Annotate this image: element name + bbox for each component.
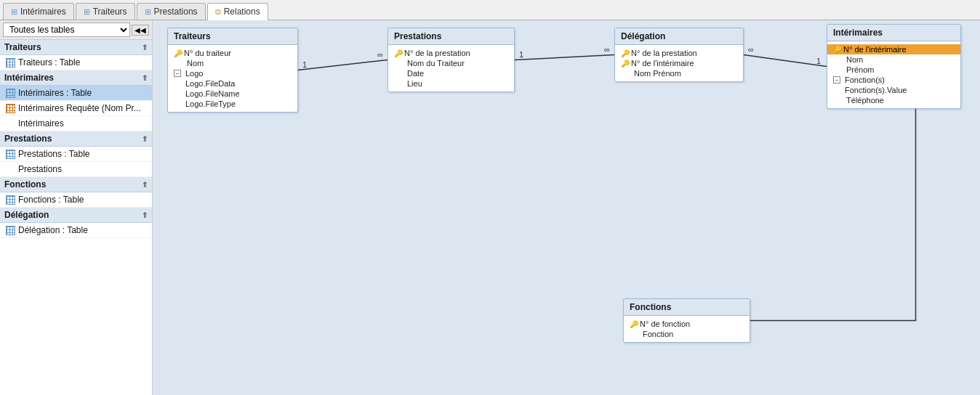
- sidebar-item-prestations[interactable]: Prestations: [0, 162, 152, 177]
- field-prestations-num: 🔑 N° de la prestation: [388, 48, 514, 58]
- entity-fonctions-body: 🔑 N° de fonction Fonction: [624, 316, 750, 342]
- field-fonctions-fonction: Fonction: [624, 329, 750, 339]
- canvas-area: 1∞1∞∞1 Traiteurs 🔑 N° du traiteur Nom − …: [153, 20, 980, 395]
- field-fonctions-num: 🔑 N° de fonction: [624, 319, 750, 329]
- tab-prestations[interactable]: ⊞ Prestations: [137, 3, 206, 20]
- sidebar-group-interimaires[interactable]: Intérimaires ⇑: [0, 70, 152, 86]
- field-interimaires-telephone: Téléphone: [827, 95, 960, 105]
- field-interimaires-nom: Nom: [827, 54, 960, 65]
- relation-icon: ⧉: [215, 7, 221, 17]
- entity-prestations-body: 🔑 N° de la prestation Nom du Traiteur Da…: [388, 45, 514, 91]
- sidebar-group-prestations[interactable]: Prestations ⇑: [0, 131, 152, 147]
- field-interimaires-fonctions: − Fonction(s): [827, 75, 960, 85]
- svg-text:1: 1: [519, 50, 523, 59]
- key-icon: 🔑: [621, 60, 628, 67]
- expand-icon[interactable]: −: [833, 76, 840, 84]
- entity-fonctions[interactable]: Fonctions 🔑 N° de fonction Fonction: [623, 298, 750, 343]
- svg-text:∞: ∞: [604, 45, 610, 54]
- table-grid-icon: [6, 150, 15, 159]
- sidebar-header: Toutes les tables ◀◀: [0, 20, 152, 40]
- key-icon: 🔑: [621, 49, 628, 57]
- field-interimaires-fonctions-value: Fonction(s).Value: [827, 85, 960, 95]
- tab-bar: ⊞ Intérimaires ⊞ Traiteurs ⊞ Prestations…: [0, 0, 980, 20]
- tables-dropdown[interactable]: Toutes les tables: [3, 23, 130, 37]
- key-icon: 🔑: [630, 320, 637, 327]
- tab-relations[interactable]: ⧉ Relations: [207, 3, 268, 20]
- field-traiteurs-nom: Nom: [168, 58, 297, 68]
- field-interimaires-prenom: Prénom: [827, 65, 960, 75]
- entity-delegation-body: 🔑 N° de la prestation 🔑 N° de l'intérima…: [615, 45, 743, 81]
- sidebar-group-delegation[interactable]: Délégation ⇑: [0, 208, 152, 223]
- field-prestations-date: Date: [388, 68, 514, 78]
- field-delegation-num-interimaire: 🔑 N° de l'intérimaire: [615, 58, 743, 68]
- entity-traiteurs-header: Traiteurs: [168, 28, 297, 45]
- sidebar-item-interimaires-query[interactable]: Intérimaires Requête (Nom Pr...: [0, 101, 152, 116]
- field-delegation-nom-prenom: Nom Prénom: [615, 68, 743, 78]
- main-content: Toutes les tables ◀◀ Traiteurs ⇑ Traiteu…: [0, 20, 980, 395]
- entity-delegation-header: Délégation: [615, 28, 743, 45]
- key-icon: 🔑: [833, 46, 840, 53]
- svg-text:1: 1: [816, 57, 821, 65]
- tab-interimaires[interactable]: ⊞ Intérimaires: [3, 3, 74, 20]
- sidebar-item-interimaires-table[interactable]: Intérimaires : Table: [0, 86, 152, 101]
- entity-interimaires-header: Intérimaires: [827, 25, 960, 41]
- field-traiteurs-logo-name: Logo.FileName: [168, 89, 297, 99]
- tab-traiteurs[interactable]: ⊞ Traiteurs: [76, 3, 135, 20]
- svg-text:∞: ∞: [748, 45, 754, 54]
- svg-text:∞: ∞: [377, 50, 383, 59]
- sidebar: Toutes les tables ◀◀ Traiteurs ⇑ Traiteu…: [0, 20, 153, 395]
- sidebar-item-prestations-table[interactable]: Prestations : Table: [0, 147, 152, 162]
- field-delegation-num-prestation: 🔑 N° de la prestation: [615, 48, 743, 58]
- expand-icon[interactable]: −: [174, 70, 181, 77]
- entity-prestations-header: Prestations: [388, 28, 514, 45]
- entity-traiteurs[interactable]: Traiteurs 🔑 N° du traiteur Nom − Logo Lo…: [167, 28, 298, 113]
- sidebar-group-traiteurs[interactable]: Traiteurs ⇑: [0, 40, 152, 55]
- key-icon: 🔑: [394, 49, 401, 57]
- table-icon: ⊞: [11, 7, 17, 17]
- field-prestations-lieu: Lieu: [388, 78, 514, 89]
- sidebar-item-traiteurs-table[interactable]: Traiteurs : Table: [0, 55, 152, 70]
- field-traiteurs-num: 🔑 N° du traiteur: [168, 48, 297, 58]
- entity-delegation[interactable]: Délégation 🔑 N° de la prestation 🔑 N° de…: [614, 28, 744, 82]
- field-traiteurs-logo: − Logo: [168, 68, 297, 78]
- entity-prestations[interactable]: Prestations 🔑 N° de la prestation Nom du…: [387, 28, 515, 92]
- collapse-icon: ⇑: [142, 211, 148, 219]
- field-interimaires-num: 🔑 N° de l'intérimaire: [827, 44, 960, 54]
- table-grid-icon: [6, 226, 15, 235]
- field-traiteurs-logo-type: Logo.FileType: [168, 99, 297, 109]
- entity-interimaires-body: 🔑 N° de l'intérimaire Nom Prénom − Fonct…: [827, 41, 960, 108]
- entity-traiteurs-body: 🔑 N° du traiteur Nom − Logo Logo.FileDat…: [168, 45, 297, 112]
- field-prestations-nom: Nom du Traiteur: [388, 58, 514, 68]
- sidebar-group-fonctions[interactable]: Fonctions ⇑: [0, 177, 152, 192]
- sidebar-item-delegation-table[interactable]: Délégation : Table: [0, 223, 152, 238]
- query-icon: [6, 104, 15, 113]
- svg-text:1: 1: [302, 60, 307, 69]
- table-grid-icon: [6, 58, 15, 68]
- table-grid-icon: [6, 195, 15, 205]
- key-icon: 🔑: [174, 49, 181, 57]
- collapse-icon: ⇑: [142, 74, 148, 82]
- collapse-icon: ⇑: [142, 181, 148, 189]
- sidebar-item-fonctions-table[interactable]: Fonctions : Table: [0, 192, 152, 208]
- table-icon: ⊞: [84, 7, 90, 17]
- collapse-icon: ⇑: [142, 135, 148, 143]
- collapse-icon: ⇑: [142, 44, 148, 52]
- sidebar-item-interimaires[interactable]: Intérimaires: [0, 116, 152, 131]
- entity-interimaires[interactable]: Intérimaires 🔑 N° de l'intérimaire Nom P…: [827, 24, 961, 109]
- table-icon: ⊞: [145, 7, 151, 17]
- table-grid-icon: [6, 89, 15, 98]
- field-traiteurs-logo-data: Logo.FileData: [168, 78, 297, 89]
- entity-fonctions-header: Fonctions: [624, 299, 750, 316]
- sidebar-nav-btn[interactable]: ◀◀: [132, 25, 149, 36]
